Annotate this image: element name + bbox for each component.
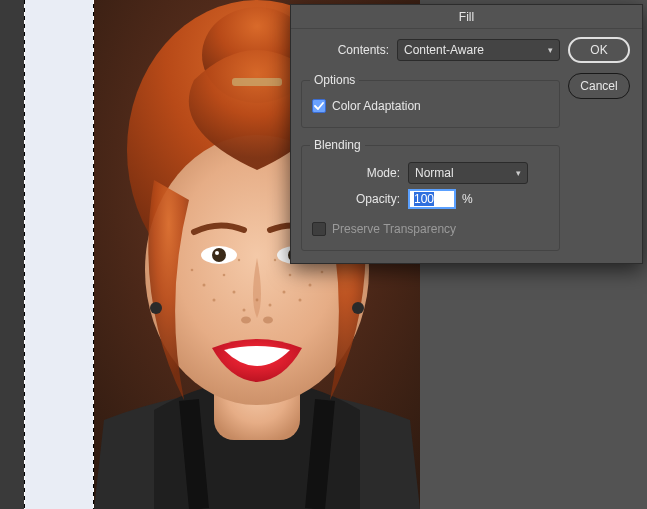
chevron-down-icon: ▾ — [516, 168, 521, 178]
color-adaptation-label: Color Adaptation — [332, 99, 421, 113]
dialog-title: Fill — [459, 10, 474, 24]
svg-point-25 — [289, 274, 292, 277]
dialog-titlebar[interactable]: Fill — [291, 5, 642, 29]
opacity-label: Opacity: — [312, 192, 408, 206]
svg-point-19 — [299, 299, 302, 302]
mode-value: Normal — [415, 166, 454, 180]
svg-point-23 — [256, 299, 259, 302]
options-legend: Options — [310, 73, 359, 87]
svg-point-26 — [238, 259, 240, 261]
svg-point-27 — [274, 259, 276, 261]
mode-label: Mode: — [312, 166, 408, 180]
selection-region — [24, 0, 94, 509]
chevron-down-icon: ▾ — [548, 45, 553, 55]
fill-dialog: Fill Contents: Content-Aware ▾ Options C… — [290, 4, 643, 264]
preserve-transparency-label: Preserve Transparency — [332, 222, 456, 236]
svg-point-7 — [212, 248, 226, 262]
contents-select[interactable]: Content-Aware ▾ — [397, 39, 560, 61]
svg-point-15 — [233, 291, 236, 294]
svg-point-21 — [191, 269, 194, 272]
preserve-transparency-checkbox — [312, 222, 326, 236]
svg-point-13 — [203, 284, 206, 287]
contents-value: Content-Aware — [404, 43, 484, 57]
opacity-input[interactable] — [408, 189, 456, 209]
mode-select[interactable]: Normal ▾ — [408, 162, 528, 184]
svg-point-24 — [223, 274, 226, 277]
svg-point-16 — [243, 309, 246, 312]
ok-button[interactable]: OK — [568, 37, 630, 63]
options-group: Options Color Adaptation — [301, 73, 560, 128]
svg-point-20 — [309, 284, 312, 287]
svg-rect-30 — [232, 78, 282, 86]
svg-point-9 — [215, 251, 219, 255]
blending-legend: Blending — [310, 138, 365, 152]
svg-point-14 — [213, 299, 216, 302]
svg-point-11 — [241, 317, 251, 324]
svg-point-12 — [263, 317, 273, 324]
contents-label: Contents: — [301, 43, 397, 57]
svg-point-18 — [283, 291, 286, 294]
svg-point-17 — [269, 304, 272, 307]
color-adaptation-checkbox[interactable] — [312, 99, 326, 113]
opacity-unit: % — [462, 192, 473, 206]
svg-point-28 — [150, 302, 162, 314]
blending-group: Blending Mode: Normal ▾ Opacity: % — [301, 138, 560, 251]
marching-ants-left — [24, 0, 25, 509]
svg-point-29 — [352, 302, 364, 314]
svg-point-22 — [321, 271, 324, 274]
cancel-button[interactable]: Cancel — [568, 73, 630, 99]
